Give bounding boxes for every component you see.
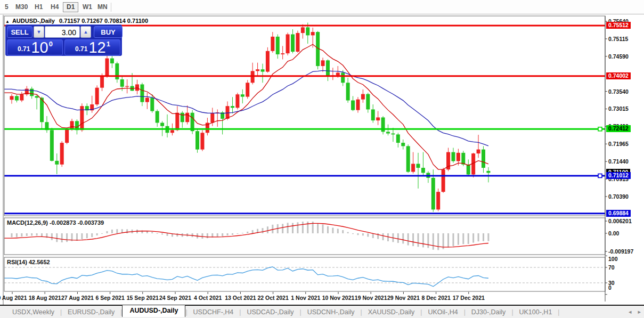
macd-hist-bar xyxy=(16,233,18,237)
macd-hist-bar xyxy=(447,233,449,247)
ma-slow-line xyxy=(4,70,488,146)
macd-hist-bar xyxy=(452,233,454,246)
macd-hist-bar xyxy=(422,233,424,247)
macd-hist-bar xyxy=(167,233,168,236)
macd-hist-bar xyxy=(56,233,58,242)
macd-hist-bar xyxy=(472,233,474,243)
ma-fast-line xyxy=(4,44,488,169)
macd-hist-bar xyxy=(292,223,294,233)
chart-header: ▲AUDUSD-,Daily0.71157 0.71267 0.70814 0.… xyxy=(5,18,148,24)
macd-hist-bar xyxy=(262,228,264,233)
macd-hist-bar xyxy=(267,226,268,233)
pane-border xyxy=(4,218,605,255)
macd-hist-bar xyxy=(487,233,489,241)
macd-hist-bar xyxy=(272,225,273,233)
macd-hist-bar xyxy=(347,232,349,233)
mt4-window: 5M30H1H4D1W1MN 0.756400.751150.745900.73… xyxy=(0,0,644,318)
tab-usdcnh-daily[interactable]: USDCNH-,Daily xyxy=(301,307,361,317)
macd-hist-bar xyxy=(222,233,223,237)
tab-xauusd-daily[interactable]: XAUUSD-,Daily xyxy=(362,307,421,317)
chart-ohlc-values: 0.71157 0.71267 0.70814 0.71100 xyxy=(59,18,148,24)
arrow-up-icon: ▲ xyxy=(84,29,88,35)
macd-hist-bar xyxy=(11,233,13,237)
macd-hist-bar xyxy=(352,233,354,234)
trade-panel-row2: 0.71100 0.71121 xyxy=(7,39,120,55)
macd-hist-bar xyxy=(372,233,374,238)
macd-hist-bar xyxy=(116,229,118,233)
hline-marker xyxy=(598,174,602,177)
buy-price-base: 0.71 xyxy=(75,45,87,53)
tab-uk100-h1[interactable]: UK100-,H1 xyxy=(513,307,558,317)
macd-hist-bar xyxy=(237,233,238,234)
macd-hist-bar xyxy=(111,230,113,233)
macd-hist-bar xyxy=(282,224,283,233)
tab-ukoil-h4[interactable]: UKOil-,H4 xyxy=(422,307,463,317)
macd-hist-bar xyxy=(207,233,208,238)
macd-hist-bar xyxy=(157,233,158,234)
macd-hist-bar xyxy=(51,233,53,240)
macd-hist-bar xyxy=(433,233,434,250)
hline-marker xyxy=(598,127,602,131)
macd-hist-bar xyxy=(407,233,409,246)
macd-hist-bar xyxy=(81,233,83,239)
rsi-line xyxy=(4,267,488,287)
tab-usdcad-daily[interactable]: USDCAD-,Daily xyxy=(241,307,299,317)
volume-input[interactable]: 3.00 xyxy=(45,26,80,38)
macd-hist-bar xyxy=(217,233,218,237)
chart-symbol-title: AUDUSD-,Daily xyxy=(12,18,55,24)
tab-usdchf-h4[interactable]: USDCHF-,H4 xyxy=(188,307,240,317)
macd-hist-bar xyxy=(26,233,28,236)
tab-scroll-right-icon[interactable]: ▸ xyxy=(638,308,641,315)
macd-hist-bar xyxy=(297,222,298,233)
tab-usdx-weekly[interactable]: USDX,Weekly xyxy=(6,307,60,317)
macd-hist-bar xyxy=(367,233,369,237)
macd-hist-bar xyxy=(412,233,414,246)
macd-hist-bar xyxy=(101,233,103,234)
buy-button[interactable]: BUY xyxy=(94,26,123,38)
macd-hist-bar xyxy=(402,233,404,243)
tab-dj30-daily[interactable]: DJ30-,Daily xyxy=(466,307,512,317)
macd-hist-bar xyxy=(96,233,98,235)
collapse-panel-icon[interactable]: ▲ xyxy=(5,19,10,24)
macd-hist-bar xyxy=(322,224,324,233)
tab-separator: | xyxy=(558,308,559,316)
sell-button[interactable]: SELL xyxy=(7,26,32,38)
sell-price-big: 10 xyxy=(31,40,48,54)
arrow-down-icon: ▼ xyxy=(37,29,42,35)
macd-hist-bar xyxy=(418,233,419,247)
buy-price-display[interactable]: 0.71121 xyxy=(64,39,120,55)
macd-hist-bar xyxy=(307,222,308,233)
volume-decrease-button[interactable]: ▼ xyxy=(34,26,44,38)
macd-hist-bar xyxy=(427,233,429,248)
macd-hist-bar xyxy=(161,233,163,234)
tab-nav: ◂ ▸ xyxy=(629,308,641,315)
macd-hist-bar xyxy=(462,233,464,244)
chart-tab-bar: USDX,Weekly|EURUSD-,Daily|AUDUSD-,Daily|… xyxy=(0,306,644,318)
macd-hist-bar xyxy=(106,231,108,233)
macd-hist-bar xyxy=(478,233,479,241)
tab-audusd-daily[interactable]: AUDUSD-,Daily xyxy=(122,305,185,317)
macd-hist-bar xyxy=(61,233,63,242)
macd-hist-bar xyxy=(91,233,93,237)
one-click-trading-panel: SELL ▼ 3.00 ▲ BUY 0.71100 0.71121 xyxy=(5,25,122,56)
macd-hist-bar xyxy=(151,232,153,233)
volume-stepper: ▼ 3.00 ▲ xyxy=(34,26,91,38)
macd-hist-bar xyxy=(242,233,243,233)
macd-hist-bar xyxy=(382,233,384,240)
macd-hist-bar xyxy=(302,222,304,233)
macd-hist-bar xyxy=(176,233,178,237)
sell-price-base: 0.71 xyxy=(18,45,30,53)
sell-price-display[interactable]: 0.71100 xyxy=(7,39,63,55)
volume-increase-button[interactable]: ▲ xyxy=(80,26,91,38)
buy-price-sup: 1 xyxy=(107,40,110,48)
macd-hist-bar xyxy=(126,229,128,233)
tab-scroll-left-icon[interactable]: ◂ xyxy=(629,308,632,315)
buy-price-big: 12 xyxy=(88,40,105,54)
macd-hist-bar xyxy=(287,223,289,233)
macd-hist-bar xyxy=(357,233,358,235)
tab-eurusd-daily[interactable]: EURUSD-,Daily xyxy=(62,307,120,317)
macd-hist-bar xyxy=(332,227,333,233)
macd-hist-bar xyxy=(437,233,439,250)
macd-hist-bar xyxy=(252,230,254,233)
macd-hist-bar xyxy=(483,233,484,241)
